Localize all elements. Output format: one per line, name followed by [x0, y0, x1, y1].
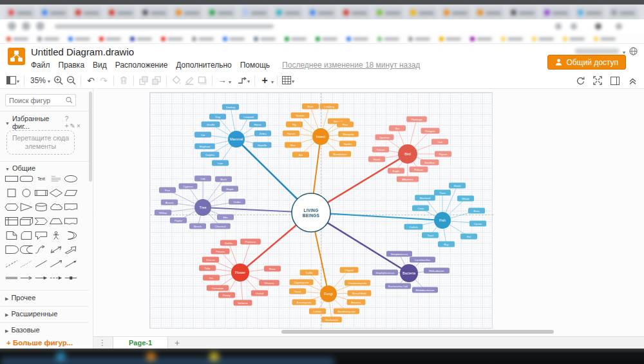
add-page-icon[interactable]	[175, 337, 180, 349]
shape-or[interactable]	[63, 228, 78, 242]
shape-tape[interactable]	[63, 214, 78, 228]
browser-tab[interactable]	[206, 6, 237, 19]
close-icon[interactable]: ×	[77, 122, 82, 129]
browser-tab[interactable]	[5, 6, 36, 19]
shape-rounded-rectangle[interactable]	[19, 171, 33, 186]
browser-tab[interactable]	[240, 6, 270, 19]
shape-trapezoid[interactable]	[48, 214, 63, 228]
browser-address-bar[interactable]	[0, 19, 644, 34]
extension-icon[interactable]	[571, 23, 577, 30]
shape-card[interactable]	[19, 228, 33, 242]
page-area[interactable]	[149, 92, 493, 329]
shape-data-storage[interactable]	[19, 242, 33, 256]
shape-curve[interactable]	[33, 242, 48, 256]
browser-tabs[interactable]	[0, 5, 644, 19]
shape-bidirectional-connector[interactable]	[48, 256, 63, 271]
browser-tab[interactable]	[541, 6, 572, 19]
shape-textbox[interactable]	[48, 171, 63, 186]
browser-tab[interactable]	[307, 6, 337, 19]
fill-color-button[interactable]	[170, 73, 183, 88]
shape-ellipse[interactable]	[63, 171, 78, 186]
shape-hexagon[interactable]	[4, 200, 19, 214]
profile-icon[interactable]	[595, 23, 601, 30]
help-icon[interactable]: ?	[65, 115, 70, 122]
back-icon[interactable]	[8, 22, 16, 30]
shape-arrow[interactable]	[63, 242, 78, 256]
browser-tab[interactable]	[474, 6, 505, 19]
shape-callout[interactable]	[33, 228, 48, 242]
zoom-out-button[interactable]	[64, 73, 77, 88]
menu-файл[interactable]: Файл	[31, 61, 50, 70]
browser-tab[interactable]	[106, 6, 137, 19]
table-button[interactable]	[281, 73, 296, 88]
browser-tab[interactable]	[374, 6, 404, 19]
bookmarks-bar[interactable]	[0, 34, 644, 44]
shape-process[interactable]	[33, 186, 48, 200]
browser-tab[interactable]	[173, 6, 204, 19]
horizontal-scrollbar[interactable]	[281, 330, 554, 334]
star-icon[interactable]	[555, 23, 562, 30]
shape-circle[interactable]	[19, 186, 33, 200]
view-panel-button[interactable]	[5, 73, 21, 88]
waypoint-style-button[interactable]	[236, 73, 251, 88]
browser-tab[interactable]	[273, 6, 304, 19]
browser-tab[interactable]	[574, 6, 605, 19]
shape-dashed-line[interactable]	[4, 256, 19, 271]
favorites-drop-zone[interactable]: Перетащите сюда элементы	[6, 130, 75, 155]
shape-dotted-line[interactable]	[19, 256, 33, 271]
shape-line[interactable]	[33, 256, 48, 271]
redo-button[interactable]	[97, 73, 110, 88]
shape-search-input[interactable]	[6, 95, 65, 106]
last-edit-link[interactable]: Последнее изменение 18 минут назад	[282, 61, 420, 70]
os-taskbar[interactable]	[0, 349, 644, 364]
edit-icon[interactable]: ✎	[70, 122, 76, 129]
menu-расположение[interactable]: Расположение	[115, 61, 168, 70]
browser-menu-icon[interactable]	[616, 23, 622, 30]
browser-tab[interactable]	[139, 6, 170, 19]
misc-section-header[interactable]: Прочее	[5, 294, 85, 302]
shape-note[interactable]	[4, 228, 19, 242]
basic-section-header[interactable]: Базовые	[5, 326, 85, 334]
shape-actor[interactable]	[48, 228, 63, 242]
delete-button[interactable]	[117, 73, 130, 88]
connection-style-button[interactable]	[216, 73, 229, 88]
browser-tab[interactable]	[39, 6, 70, 19]
to-front-button[interactable]	[137, 73, 150, 88]
zoom-in-button[interactable]	[52, 73, 64, 88]
browser-tab[interactable]	[407, 6, 438, 19]
shape-directional-connector[interactable]	[63, 256, 78, 271]
shape-cloud[interactable]	[48, 200, 63, 214]
browser-tab[interactable]	[340, 6, 371, 19]
format-panel-icon[interactable]	[609, 73, 621, 88]
shadow-button[interactable]	[196, 73, 209, 88]
shape-document[interactable]	[63, 200, 78, 214]
page-tab[interactable]: Page-1	[113, 337, 168, 349]
shape-cylinder[interactable]	[33, 200, 48, 214]
shape-parallelogram[interactable]	[63, 186, 78, 200]
menu-правка[interactable]: Правка	[59, 61, 85, 70]
shape-arrow-link[interactable]	[19, 271, 33, 285]
menu-дополнительно[interactable]: Дополнительно	[176, 61, 231, 70]
browser-tab-strip[interactable]	[0, 5, 644, 19]
to-back-button[interactable]	[150, 73, 163, 88]
shape-triangle[interactable]	[19, 200, 33, 214]
forward-icon[interactable]	[22, 22, 30, 30]
more-shapes-link[interactable]: + Больше фигур...	[6, 339, 73, 347]
shape-text[interactable]: Text	[33, 171, 48, 186]
shape-link[interactable]	[4, 271, 19, 285]
reload-icon[interactable]	[36, 22, 44, 30]
shape-internal-storage[interactable]	[4, 214, 19, 228]
shape-dashed-link[interactable]	[48, 271, 63, 285]
share-button[interactable]: Общий доступ	[547, 55, 626, 70]
shape-filled-arrow-link[interactable]	[33, 271, 48, 285]
browser-tab[interactable]	[608, 6, 639, 19]
favorites-section-header[interactable]: Избранные фиг... ?+✎×	[5, 115, 85, 130]
url-text-blurred[interactable]	[55, 24, 274, 28]
diagram-canvas[interactable]: DonkeyDogLeopardGiraffeHorseCatZebraElep…	[93, 89, 644, 336]
shape-cube[interactable]	[19, 214, 33, 228]
shape-search[interactable]	[5, 94, 76, 106]
language-globe-icon[interactable]	[629, 47, 638, 55]
search-icon[interactable]	[66, 97, 73, 105]
fullscreen-icon[interactable]	[591, 73, 604, 88]
undo-button[interactable]	[84, 73, 97, 88]
